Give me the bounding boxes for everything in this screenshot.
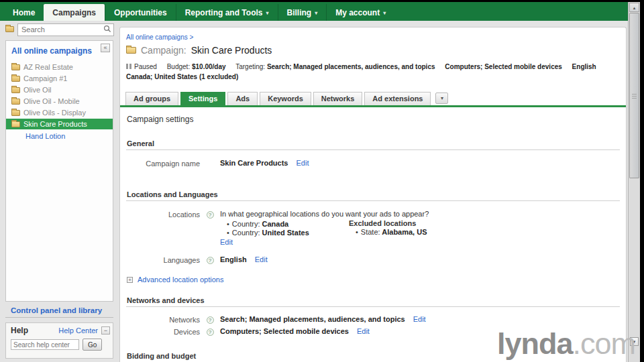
tab-keywords[interactable]: Keywords (260, 92, 311, 105)
help-go-button[interactable]: Go (83, 339, 102, 351)
folder-icon[interactable] (5, 26, 14, 32)
campaign-settings-title: Campaign settings (126, 107, 620, 124)
adwords-app: Home Campaigns Opportunities Reporting a… (0, 2, 640, 362)
expand-plus-icon: + (127, 277, 133, 283)
tab-ad-extensions[interactable]: Ad extensions (364, 92, 431, 105)
caret-down-icon: ▾ (315, 9, 317, 16)
scroll-down-button[interactable]: ▾ (630, 337, 639, 346)
excluded-locations: Excluded locations •State: Alabama, US (349, 219, 427, 246)
collapse-sidebar-button[interactable]: « (101, 44, 110, 52)
edit-devices-link[interactable]: Edit (357, 327, 370, 335)
bullet-icon: • (356, 228, 358, 236)
languages-row: Languages ? EnglishEdit (126, 255, 620, 264)
networks-label: Networks (126, 315, 200, 324)
campaign-tabs: Ad groups Settings Ads Keywords Networks… (120, 92, 626, 107)
status-language: English (572, 63, 596, 70)
folder-icon (11, 110, 20, 116)
nav-tab-my-account[interactable]: My account▾ (326, 4, 394, 21)
scroll-up-button[interactable]: ▴ (629, 3, 639, 12)
tree-item-campaign-1[interactable]: Campaign #1 (6, 73, 113, 84)
tree-item-olive-oil-mobile[interactable]: Olive Oil - Mobile (6, 96, 113, 107)
help-search-input[interactable] (11, 339, 79, 350)
included-locations: •Country: Canada •Country: United States… (220, 219, 349, 246)
excluded-locations-heading: Excluded locations (349, 219, 427, 227)
devices-row: Devices ? Computers; Selected mobile dev… (126, 327, 620, 336)
campaign-status-bar: Paused Budget: $10.00/day Targeting: Sea… (120, 56, 626, 82)
help-center-link[interactable]: Help Center (58, 326, 98, 335)
top-nav: Home Campaigns Opportunities Reporting a… (0, 2, 628, 21)
open-folder-icon (11, 121, 20, 127)
tree-item-az-real-estate[interactable]: AZ Real Estate (6, 62, 113, 72)
status-locations: Canada; United States (1 excluded) (126, 73, 238, 80)
nav-tab-billing[interactable]: Billing▾ (278, 4, 327, 21)
folder-icon (11, 76, 20, 82)
tab-networks[interactable]: Networks (313, 92, 363, 105)
nav-tab-campaigns[interactable]: Campaigns (44, 4, 105, 21)
folder-icon (11, 64, 20, 70)
help-icon[interactable]: ? (207, 211, 214, 219)
campaign-name-label: Campaign name (126, 159, 200, 168)
edit-locations-link[interactable]: Edit (220, 238, 233, 246)
help-icon[interactable]: ? (207, 257, 214, 264)
edit-networks-link[interactable]: Edit (413, 315, 426, 323)
settings-content: Campaign settings General Campaign name … (120, 107, 626, 362)
tab-settings[interactable]: Settings (180, 92, 225, 105)
help-panel: Help Help Center − Go (5, 322, 113, 359)
campaign-title-name: Skin Care Products (191, 45, 272, 56)
section-locations-languages: Locations and Languages (126, 190, 620, 201)
nav-tab-reporting[interactable]: Reporting and Tools▾ (176, 4, 278, 21)
sidebar-search-row (5, 22, 114, 36)
help-icon[interactable]: ? (207, 316, 214, 324)
window-scrollbar[interactable]: ▴ ▾ (628, 2, 640, 362)
all-online-campaigns-link[interactable]: All online campaigns (6, 41, 113, 62)
tab-ad-groups[interactable]: Ad groups (125, 92, 178, 105)
advanced-location-options-link[interactable]: + Advanced location options (127, 276, 620, 284)
campaign-title: Campaign: Skin Care Products (120, 41, 626, 56)
devices-label: Devices (126, 327, 200, 336)
status-budget: Budget: $10.00/day (167, 63, 226, 70)
scrollbar-grip (632, 96, 637, 97)
search-icon[interactable] (103, 25, 111, 33)
tree-item-olive-oil[interactable]: Olive Oil (6, 84, 113, 95)
help-icon[interactable]: ? (207, 328, 214, 336)
locations-question: In what geographical locations do you wa… (220, 210, 429, 218)
tree-item-hand-lotion[interactable]: Hand Lotion (6, 130, 113, 140)
languages-label: Languages (126, 255, 200, 264)
edit-campaign-name-link[interactable]: Edit (296, 159, 309, 167)
section-general: General (126, 139, 620, 150)
bullet-icon: • (227, 220, 229, 228)
folder-icon (11, 99, 20, 105)
help-title: Help (11, 326, 58, 335)
nav-tab-opportunities[interactable]: Opportunities (105, 4, 176, 21)
campaign-tree-panel: All online campaigns « AZ Real Estate Ca… (5, 40, 113, 302)
scrollbar-thumb[interactable] (629, 13, 639, 178)
campaign-name-row: Campaign name Skin Care ProductsEdit (126, 159, 620, 168)
control-panel-link[interactable]: Control panel and library (5, 304, 113, 318)
status-devices: Computers; Selected mobile devices (445, 63, 562, 70)
pause-icon (126, 64, 131, 69)
minimize-help-button[interactable]: − (101, 326, 110, 335)
open-folder-icon (126, 47, 136, 54)
status-targeting: Targeting: Search; Managed placements, a… (235, 63, 435, 70)
tab-ads[interactable]: Ads (227, 92, 258, 105)
nav-tab-home[interactable]: Home (4, 4, 44, 21)
section-networks-devices: Networks and devices (126, 296, 620, 307)
networks-row: Networks ? Search; Managed placements, a… (126, 315, 620, 324)
section-bidding-budget: Bidding and budget (126, 352, 620, 362)
more-tabs-button[interactable]: ▾ (435, 93, 448, 104)
caret-down-icon: ▾ (266, 9, 268, 16)
edit-languages-link[interactable]: Edit (255, 255, 268, 263)
caret-down-icon: ▾ (383, 9, 386, 16)
tree-item-olive-oils-display[interactable]: Olive Oils - Display (6, 107, 113, 118)
tree-item-skin-care-products[interactable]: Skin Care Products (6, 119, 113, 129)
locations-row: Locations ? In what geographical locatio… (126, 210, 620, 246)
campaign-title-label: Campaign: (141, 45, 186, 56)
main-panel: All online campaigns > Campaign: Skin Ca… (119, 27, 627, 362)
paused-status: Paused (126, 63, 157, 70)
breadcrumb[interactable]: All online campaigns > (120, 27, 626, 41)
campaign-search-input[interactable] (17, 23, 114, 36)
locations-label: Locations (126, 210, 200, 219)
folder-icon (11, 87, 20, 93)
bullet-icon: • (227, 229, 229, 237)
